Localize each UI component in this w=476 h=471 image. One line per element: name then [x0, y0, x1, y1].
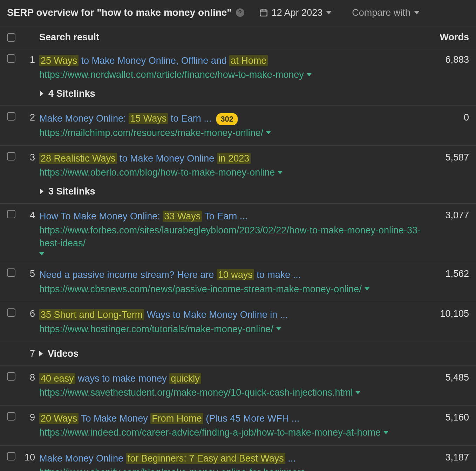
result-row: 635 Short and Long-Term Ways to Make Mon…	[0, 302, 476, 342]
url-dropdown-icon[interactable]	[383, 431, 388, 434]
words-count: 3,077	[423, 210, 469, 221]
rank: 9	[22, 412, 39, 423]
rank: 3	[22, 152, 39, 163]
result-cell: 20 Ways To Make Money From Home (Plus 45…	[39, 412, 423, 439]
chevron-down-icon	[414, 11, 420, 14]
videos-row: 7Videos	[0, 342, 476, 366]
url-dropdown-icon[interactable]	[365, 287, 369, 291]
url-dropdown-icon[interactable]	[276, 327, 281, 330]
select-all-checkbox[interactable]	[7, 33, 15, 42]
words-count: 5,587	[423, 152, 469, 163]
rank: 7	[22, 348, 39, 359]
chevron-down-icon	[326, 11, 332, 14]
result-cell: How To Make Money Online: 33 Ways To Ear…	[39, 210, 423, 255]
result-url[interactable]: https://www.oberlo.com/blog/how-to-make-…	[39, 166, 423, 179]
result-url[interactable]: https://www.nerdwallet.com/article/finan…	[39, 68, 423, 81]
expand-icon	[40, 91, 43, 96]
result-cell: 40 easy ways to make money quicklyhttps:…	[39, 372, 423, 399]
words-count: 1,562	[423, 268, 469, 279]
words-count: 5,485	[423, 372, 469, 383]
result-row: 4How To Make Money Online: 33 Ways To Ea…	[0, 204, 476, 262]
result-url[interactable]: https://www.cbsnews.com/news/passive-inc…	[39, 283, 423, 295]
rank: 4	[22, 210, 39, 221]
help-icon[interactable]: ?	[236, 8, 244, 17]
sitelinks-toggle[interactable]: 4 Sitelinks	[39, 88, 423, 99]
row-checkbox[interactable]	[7, 152, 15, 161]
status-badge: 302	[216, 113, 238, 125]
result-cell: Videos	[39, 348, 423, 359]
result-title[interactable]: 25 Ways to Make Money Online, Offline an…	[39, 54, 423, 67]
result-row: 10Make Money Online for Beginners: 7 Eas…	[0, 446, 476, 471]
compare-label: Compare with	[352, 7, 410, 18]
result-row: 5Need a passive income stream? Here are …	[0, 262, 476, 302]
result-title[interactable]: How To Make Money Online: 33 Ways To Ear…	[39, 210, 423, 223]
videos-label[interactable]: Videos	[48, 348, 79, 359]
result-cell: 25 Ways to Make Money Online, Offline an…	[39, 54, 423, 99]
result-cell: Need a passive income stream? Here are 1…	[39, 268, 423, 295]
words-count: 10,105	[423, 308, 469, 319]
result-row: 125 Ways to Make Money Online, Offline a…	[0, 48, 476, 106]
result-url[interactable]: https://www.shopify.com/blog/make-money-…	[39, 466, 423, 471]
words-count: 6,883	[423, 54, 469, 65]
url-dropdown-icon[interactable]	[266, 131, 271, 134]
page-title: SERP overview for "how to make money onl…	[7, 7, 232, 18]
result-cell: Make Money Online: 15 Ways to Earn ... 3…	[39, 112, 423, 139]
row-checkbox[interactable]	[7, 210, 15, 218]
rank: 8	[22, 372, 39, 383]
column-words: Words	[423, 32, 469, 43]
result-cell: 28 Realistic Ways to Make Money Online i…	[39, 152, 423, 197]
words-count: 0	[423, 112, 469, 123]
row-checkbox[interactable]	[7, 372, 15, 381]
header-bar: SERP overview for "how to make money onl…	[0, 0, 476, 27]
row-checkbox[interactable]	[7, 308, 15, 317]
result-row: 2Make Money Online: 15 Ways to Earn ... …	[0, 106, 476, 146]
result-title[interactable]: Need a passive income stream? Here are 1…	[39, 268, 423, 281]
row-checkbox[interactable]	[7, 412, 15, 421]
rank: 2	[22, 112, 39, 123]
calendar-icon	[259, 8, 268, 17]
rank: 1	[22, 54, 39, 65]
rank: 6	[22, 308, 39, 319]
url-dropdown-icon[interactable]	[278, 171, 283, 174]
result-cell: 35 Short and Long-Term Ways to Make Mone…	[39, 308, 423, 335]
words-count: 3,187	[423, 452, 469, 463]
result-title[interactable]: 20 Ways To Make Money From Home (Plus 45…	[39, 412, 423, 425]
sitelinks-label: 3 Sitelinks	[48, 186, 95, 197]
rank: 10	[22, 452, 39, 463]
result-url[interactable]: https://www.savethestudent.org/make-mone…	[39, 386, 423, 399]
expand-icon	[40, 189, 43, 194]
result-title[interactable]: Make Money Online for Beginners: 7 Easy …	[39, 452, 423, 465]
sitelinks-toggle[interactable]: 3 Sitelinks	[39, 186, 423, 197]
result-url[interactable]: https://www.hostinger.com/tutorials/make…	[39, 323, 423, 335]
result-row: 840 easy ways to make money quicklyhttps…	[0, 366, 476, 406]
url-dropdown-icon[interactable]	[355, 391, 360, 394]
result-title[interactable]: Make Money Online: 15 Ways to Earn ... 3…	[39, 112, 423, 125]
sitelinks-label: 4 Sitelinks	[48, 88, 95, 99]
url-dropdown-icon[interactable]	[39, 252, 44, 255]
row-checkbox[interactable]	[7, 54, 15, 63]
url-dropdown-icon[interactable]	[307, 73, 312, 76]
result-row: 328 Realistic Ways to Make Money Online …	[0, 146, 476, 204]
result-cell: Make Money Online for Beginners: 7 Easy …	[39, 452, 423, 471]
result-title[interactable]: 35 Short and Long-Term Ways to Make Mone…	[39, 308, 423, 321]
row-checkbox[interactable]	[7, 452, 15, 460]
table-header: Search result Words	[0, 27, 476, 48]
result-url[interactable]: https://www.forbes.com/sites/laurabegley…	[39, 224, 423, 255]
date-picker[interactable]: 12 Apr 2023	[259, 7, 332, 18]
svg-rect-0	[260, 10, 267, 16]
compare-dropdown[interactable]: Compare with	[352, 7, 420, 18]
result-row: 920 Ways To Make Money From Home (Plus 4…	[0, 406, 476, 446]
result-url[interactable]: https://www.indeed.com/career-advice/fin…	[39, 426, 423, 439]
row-checkbox[interactable]	[7, 112, 15, 121]
result-url[interactable]: https://mailchimp.com/resources/make-mon…	[39, 127, 423, 139]
result-title[interactable]: 40 easy ways to make money quickly	[39, 372, 423, 385]
result-title[interactable]: 28 Realistic Ways to Make Money Online i…	[39, 152, 423, 165]
words-count: 5,160	[423, 412, 469, 423]
expand-icon[interactable]	[39, 351, 43, 356]
rank: 5	[22, 268, 39, 279]
column-search-result: Search result	[39, 32, 423, 43]
date-value: 12 Apr 2023	[272, 7, 323, 18]
row-checkbox[interactable]	[7, 268, 15, 277]
